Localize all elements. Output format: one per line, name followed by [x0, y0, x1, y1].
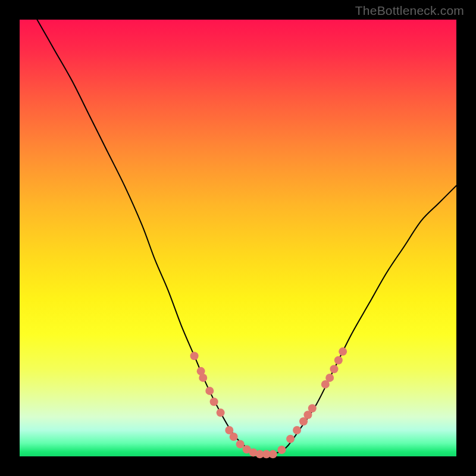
- curve-marker: [230, 433, 238, 441]
- chart-svg: [20, 20, 456, 456]
- chart-frame: TheBottleneck.com: [0, 0, 476, 476]
- curve-marker: [210, 397, 218, 406]
- bottleneck-curve: [37, 20, 456, 455]
- curve-marker: [334, 356, 343, 365]
- curve-marker: [205, 387, 214, 395]
- curve-marker: [330, 365, 338, 373]
- curve-marker: [339, 347, 347, 356]
- curve-marker: [199, 374, 207, 382]
- curve-marker: [277, 446, 286, 454]
- curve-marker: [293, 426, 301, 434]
- curve-marker: [308, 404, 317, 412]
- curve-marker: [269, 450, 277, 458]
- plot-area: [20, 20, 456, 456]
- attribution-text: TheBottleneck.com: [355, 4, 464, 18]
- curve-marker: [325, 374, 334, 382]
- curve-marker: [190, 352, 199, 360]
- curve-marker: [217, 409, 225, 417]
- curve-marker: [236, 440, 245, 448]
- curve-markers: [190, 347, 347, 458]
- curve-marker: [286, 435, 295, 443]
